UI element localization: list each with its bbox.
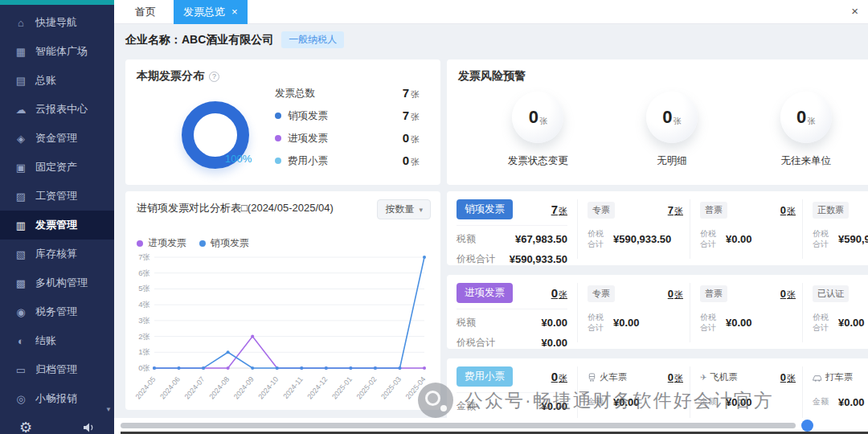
company-row: 企业名称：ABC酒业有限公司 一般纳税人 xyxy=(125,31,344,48)
chart-legend: 进项发票销项发票 xyxy=(137,236,249,250)
distribution-card: 本期发票分布 ? 100% 发票总数7张销项发票7张进项发票0张费用小票0张 xyxy=(125,59,440,185)
risk-count-circle: 0张 xyxy=(780,92,832,143)
svg-text:2025-01: 2025-01 xyxy=(330,375,354,401)
sidebar-item-label: 资金管理 xyxy=(35,131,77,145)
output-invoice-summary-row: 销项发票 7张 税额¥67,983.50价税合计¥590,933.50 专票 7… xyxy=(447,191,868,265)
sub-tag: 已认证 xyxy=(813,285,849,302)
risk-label: 无往来单位 xyxy=(780,154,831,168)
chart-title: 进销项发票对比分析表□(2024/05-2025/04) xyxy=(137,201,334,215)
tab-home[interactable]: 首页 xyxy=(125,0,166,24)
reimburse-icon: ◎ xyxy=(14,393,27,405)
input-invoice-count-link[interactable]: 0张 xyxy=(551,286,567,301)
risk-count-circle: 0张 xyxy=(646,92,698,143)
window-close-icon[interactable]: × xyxy=(851,5,858,17)
svg-text:2024-09: 2024-09 xyxy=(232,375,256,401)
input-invoice-button[interactable]: 进项发票 xyxy=(457,283,513,303)
legend-dot-icon xyxy=(275,135,281,141)
sidebar-item-label: 小畅报销 xyxy=(35,391,77,406)
sidebar-item-general-ledger[interactable]: ▤总账 xyxy=(0,66,114,95)
sub-block: 已认证 价税合计 ¥0.00 xyxy=(802,283,868,342)
sidebar-item-label: 税务管理 xyxy=(35,305,77,319)
summary-field: 税额¥67,983.50 xyxy=(457,232,567,246)
sidebar-scroll-down-icon[interactable]: ▼ xyxy=(105,406,112,413)
sub-block: 普票 0张 价税合计 ¥0.00 xyxy=(690,199,802,259)
output-invoice-count-link[interactable]: 7张 xyxy=(551,203,567,217)
sidebar-item-tax[interactable]: ◉税务管理 xyxy=(0,297,114,326)
distribution-stat: 费用小票0张 xyxy=(275,149,420,172)
agent-plaza-icon: ▦ xyxy=(14,46,27,58)
floating-button[interactable] xyxy=(801,420,813,432)
svg-text:6张: 6张 xyxy=(138,268,150,277)
expense-receipt-button[interactable]: 费用小票 xyxy=(457,366,513,387)
risk-items: 0张发票状态变更0张无明细0张无往来单位 xyxy=(447,84,868,168)
speaker-icon[interactable] xyxy=(83,422,95,433)
tab-close-icon[interactable]: × xyxy=(231,6,238,17)
svg-text:2025-04: 2025-04 xyxy=(404,375,428,401)
sidebar-item-reimburse[interactable]: ◎小畅报销 xyxy=(0,384,114,413)
tab-label: 首页 xyxy=(135,5,156,19)
sidebar-item-label: 结账 xyxy=(35,334,56,348)
sidebar-item-cloud-report[interactable]: ☁云报表中心 xyxy=(0,95,114,124)
sub-count-link[interactable]: 0张 xyxy=(780,286,796,301)
sidebar-item-inventory[interactable]: ▧库存核算 xyxy=(0,240,114,268)
donut-percentage: 100% xyxy=(225,153,252,165)
svg-text:2024-05: 2024-05 xyxy=(134,375,158,401)
sidebar-item-funds[interactable]: ◈资金管理 xyxy=(0,124,114,153)
svg-text:0张: 0张 xyxy=(138,363,150,372)
sort-dropdown-label: 按数量 xyxy=(385,203,414,216)
sidebar-item-label: 归档管理 xyxy=(35,362,77,377)
settings-gear-icon[interactable]: ⚙ xyxy=(19,419,32,434)
sub-block: 普票 0张 价税合计 ¥0.00 xyxy=(690,283,802,342)
distribution-stat: 进项发票0张 xyxy=(275,127,420,149)
sub-count-link[interactable]: 7张 xyxy=(668,203,683,217)
risk-count-circle: 0张 xyxy=(512,92,563,143)
taxi-icon sub-tag: 打车票 xyxy=(813,371,854,383)
sort-dropdown[interactable]: 按数量 ▾ xyxy=(377,199,431,219)
sidebar-item-archive[interactable]: ▭归档管理 xyxy=(0,355,114,384)
inventory-icon: ▧ xyxy=(14,248,27,260)
main-content: 企业名称：ABC酒业有限公司 一般纳税人 本期发票分布 ? 100% 发票总数7… xyxy=(114,24,868,434)
tab-list: 首页发票总览× xyxy=(125,0,248,24)
sub-count-link[interactable]: 0张 xyxy=(780,370,796,384)
svg-text:7张: 7张 xyxy=(138,252,150,261)
sidebar-item-label: 总账 xyxy=(35,73,56,88)
tab-invoice-overview[interactable]: 发票总览× xyxy=(174,0,248,24)
sidebar-item-multi-org[interactable]: ▩多机构管理 xyxy=(0,268,114,297)
svg-text:2024-10: 2024-10 xyxy=(256,375,280,401)
sub-count-link[interactable]: 0张 xyxy=(668,370,683,384)
legend-dot-icon xyxy=(275,113,281,119)
output-invoice-button[interactable]: 销项发票 xyxy=(457,199,513,219)
sidebar-item-closing[interactable]: ◐结账 xyxy=(0,326,114,355)
sub-count-link[interactable]: 0张 xyxy=(780,203,796,217)
sidebar-item-fixed-assets[interactable]: ▣固定资产 xyxy=(0,153,114,182)
sub-tag: 正数票 xyxy=(813,202,849,219)
company-name-value: ABC酒业有限公司 xyxy=(182,33,273,46)
sidebar-item-quick-nav[interactable]: ⌂快捷导航 xyxy=(0,8,114,37)
home-icon: ⌂ xyxy=(14,17,27,29)
svg-text:2025-02: 2025-02 xyxy=(355,375,379,401)
sub-count-link[interactable]: 0张 xyxy=(668,286,683,301)
train-icon sub-tag: 火车票 xyxy=(588,371,628,383)
distribution-stats: 发票总数7张销项发票7张进项发票0张费用小票0张 xyxy=(275,82,420,172)
legend-item: 销项发票 xyxy=(199,236,249,250)
summary-field: 价税合计¥0.00 xyxy=(457,336,567,350)
svg-text:2024-11: 2024-11 xyxy=(281,375,304,400)
trend-chart: 0张1张2张3张4张5张6张7张2024-052024-062024-07202… xyxy=(129,251,437,408)
sidebar-item-label: 智能体广场 xyxy=(35,44,88,59)
sidebar-item-label: 快捷导航 xyxy=(35,15,77,30)
sidebar-item-payroll[interactable]: ▨工资管理 xyxy=(0,182,114,211)
invoice-summary-rows: 销项发票 7张 税额¥67,983.50价税合计¥590,933.50 专票 7… xyxy=(447,191,868,434)
help-icon[interactable]: ? xyxy=(209,72,219,82)
sub-block: 专票 0张 价税合计 ¥0.00 xyxy=(577,283,690,342)
sidebar-item-label: 工资管理 xyxy=(35,189,77,203)
sidebar-item-label: 库存核算 xyxy=(35,247,77,261)
expense-receipt-count-link[interactable]: 0张 xyxy=(551,370,567,384)
risk-item: 0张无明细 xyxy=(605,92,739,168)
plane-icon sub-tag: ✈飞机票 xyxy=(700,371,738,383)
tab-label: 发票总览 xyxy=(183,5,225,19)
sidebar-item-invoice[interactable]: ▥发票管理 xyxy=(0,211,114,240)
horizontal-scrollbar[interactable] xyxy=(121,423,796,428)
sidebar-item-agent-plaza[interactable]: ▦智能体广场 xyxy=(0,37,114,66)
sidebar-bottom-bar: ⚙ xyxy=(0,417,114,434)
sidebar-menu: ⌂快捷导航▦智能体广场▤总账☁云报表中心◈资金管理▣固定资产▨工资管理▥发票管理… xyxy=(0,5,114,413)
